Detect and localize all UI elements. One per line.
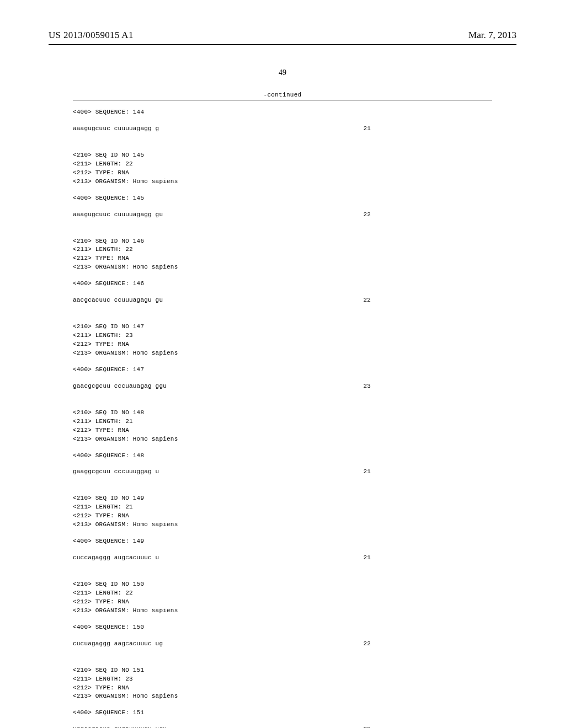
sequence-line: gaaggcgcuu cccuuuggag u21	[73, 468, 371, 477]
top-rule	[73, 100, 492, 100]
sequence-meta-line: <210> SEQ ID NO 150	[73, 580, 492, 589]
sequence-listing: <400> SEQUENCE: 144aaagugcuuc cuuuuagagg…	[73, 108, 492, 728]
sequence-meta-line: <213> ORGANISM: Homo sapiens	[73, 607, 492, 615]
publication-date: Mar. 7, 2013	[468, 30, 516, 41]
page-header: US 2013/0059015 A1 Mar. 7, 2013	[0, 30, 565, 41]
sequence-length-number: 21	[363, 125, 371, 133]
sequence-length-number: 22	[363, 640, 371, 649]
sequence-meta-line: <212> TYPE: RNA	[73, 512, 492, 521]
sequence-400-header: <400> SEQUENCE: 144	[73, 108, 492, 117]
sequence-block: aaagugcuuc cuuuuagagg gu22	[73, 211, 492, 220]
sequence-meta-block: <210> SEQ ID NO 149<211> LENGTH: 21<212>…	[73, 494, 492, 529]
sequence-meta-line: <210> SEQ ID NO 147	[73, 323, 492, 331]
sequence-meta-line: <211> LENGTH: 22	[73, 160, 492, 169]
sequence-meta-line: <211> LENGTH: 22	[73, 589, 492, 598]
page-number: 49	[0, 68, 565, 77]
sequence-block: aaagugcuuc cuuuuagagg g21	[73, 125, 492, 133]
sequence-meta-block: <210> SEQ ID NO 145<211> LENGTH: 22<212>…	[73, 151, 492, 186]
sequence-meta-line: <212> TYPE: RNA	[73, 169, 492, 178]
sequence-meta-line: <211> LENGTH: 21	[73, 417, 492, 426]
publication-number: US 2013/0059015 A1	[49, 30, 134, 40]
header-rule	[49, 44, 516, 45]
sequence-meta-line: <212> TYPE: RNA	[73, 598, 492, 607]
sequence-length-number: 21	[363, 554, 371, 563]
sequence-meta-line: <212> TYPE: RNA	[73, 254, 492, 263]
sequence-length-number: 23	[363, 382, 371, 391]
sequence-meta-line: <210> SEQ ID NO 145	[73, 151, 492, 160]
sequence-meta-line: <213> ORGANISM: Homo sapiens	[73, 349, 492, 358]
sequence-text: aaagugcuuc cuuuuagagg gu	[73, 211, 163, 220]
sequence-length-number: 22	[363, 296, 371, 305]
sequence-meta-line: <212> TYPE: RNA	[73, 684, 492, 693]
sequence-meta-line: <213> ORGANISM: Homo sapiens	[73, 435, 492, 444]
continued-label: -continued	[73, 92, 492, 98]
sequence-line: aaagugcuuc cuuuuagagg g21	[73, 125, 371, 133]
sequence-line: aacgcacuuc ccuuuagagu gu22	[73, 296, 371, 305]
sequence-block: gaacgcgcuu cccuauagag ggu23	[73, 382, 492, 391]
sequence-meta-line: <213> ORGANISM: Homo sapiens	[73, 263, 492, 272]
sequence-meta-block: <210> SEQ ID NO 148<211> LENGTH: 21<212>…	[73, 409, 492, 444]
sequence-text: cuccagaggg augcacuuuc u	[73, 554, 159, 563]
sequence-meta-block: <210> SEQ ID NO 151<211> LENGTH: 23<212>…	[73, 666, 492, 702]
sequence-block: cuccagaggg augcacuuuc u21	[73, 554, 492, 563]
sequence-meta-line: <212> TYPE: RNA	[73, 426, 492, 435]
sequence-block: aacgcacuuc ccuuuagagu gu22	[73, 296, 492, 305]
sequence-meta-line: <213> ORGANISM: Homo sapiens	[73, 692, 492, 701]
sequence-text: gaaggcgcuu cccuuuggag u	[73, 468, 159, 477]
sequence-line: cucuagaggg aagcacuuuc ug22	[73, 640, 371, 649]
sequence-block: uggaagacua gugauuuugu ugu23	[73, 725, 492, 728]
sequence-meta-line: <211> LENGTH: 23	[73, 675, 492, 684]
sequence-meta-line: <211> LENGTH: 23	[73, 331, 492, 340]
sequence-400-header: <400> SEQUENCE: 145	[73, 194, 492, 203]
sequence-line: cuccagaggg augcacuuuc u21	[73, 554, 371, 563]
content-area: -continued <400> SEQUENCE: 144aaagugcuuc…	[73, 92, 492, 728]
sequence-meta-line: <210> SEQ ID NO 151	[73, 666, 492, 675]
sequence-length-number: 21	[363, 468, 371, 477]
sequence-400-header: <400> SEQUENCE: 147	[73, 366, 492, 374]
sequence-meta-line: <213> ORGANISM: Homo sapiens	[73, 178, 492, 186]
sequence-meta-line: <210> SEQ ID NO 149	[73, 494, 492, 503]
sequence-meta-line: <210> SEQ ID NO 146	[73, 237, 492, 246]
sequence-text: gaacgcgcuu cccuauagag ggu	[73, 382, 167, 391]
sequence-meta-block: <210> SEQ ID NO 146<211> LENGTH: 22<212>…	[73, 237, 492, 272]
sequence-text: aaagugcuuc cuuuuagagg g	[73, 125, 159, 133]
sequence-meta-block: <210> SEQ ID NO 147<211> LENGTH: 23<212>…	[73, 323, 492, 358]
sequence-meta-line: <210> SEQ ID NO 148	[73, 409, 492, 417]
sequence-meta-line: <211> LENGTH: 22	[73, 245, 492, 254]
sequence-400-header: <400> SEQUENCE: 149	[73, 537, 492, 546]
sequence-block: cucuagaggg aagcacuuuc ug22	[73, 640, 492, 649]
sequence-400-header: <400> SEQUENCE: 151	[73, 709, 492, 718]
sequence-400-header: <400> SEQUENCE: 148	[73, 452, 492, 461]
sequence-meta-line: <213> ORGANISM: Homo sapiens	[73, 521, 492, 529]
sequence-text: cucuagaggg aagcacuuuc ug	[73, 640, 163, 649]
sequence-block: gaaggcgcuu cccuuuggag u21	[73, 468, 492, 477]
sequence-line: uggaagacua gugauuuugu ugu23	[73, 725, 371, 728]
sequence-line: aaagugcuuc cuuuuagagg gu22	[73, 211, 371, 220]
sequence-text: aacgcacuuc ccuuuagagu gu	[73, 296, 163, 305]
sequence-meta-line: <212> TYPE: RNA	[73, 340, 492, 349]
sequence-meta-line: <211> LENGTH: 21	[73, 503, 492, 512]
sequence-length-number: 22	[363, 211, 371, 220]
sequence-text: uggaagacua gugauuuugu ugu	[73, 725, 167, 728]
sequence-length-number: 23	[363, 725, 371, 728]
sequence-400-header: <400> SEQUENCE: 146	[73, 280, 492, 288]
sequence-meta-block: <210> SEQ ID NO 150<211> LENGTH: 22<212>…	[73, 580, 492, 615]
sequence-line: gaacgcgcuu cccuauagag ggu23	[73, 382, 371, 391]
sequence-400-header: <400> SEQUENCE: 150	[73, 623, 492, 632]
